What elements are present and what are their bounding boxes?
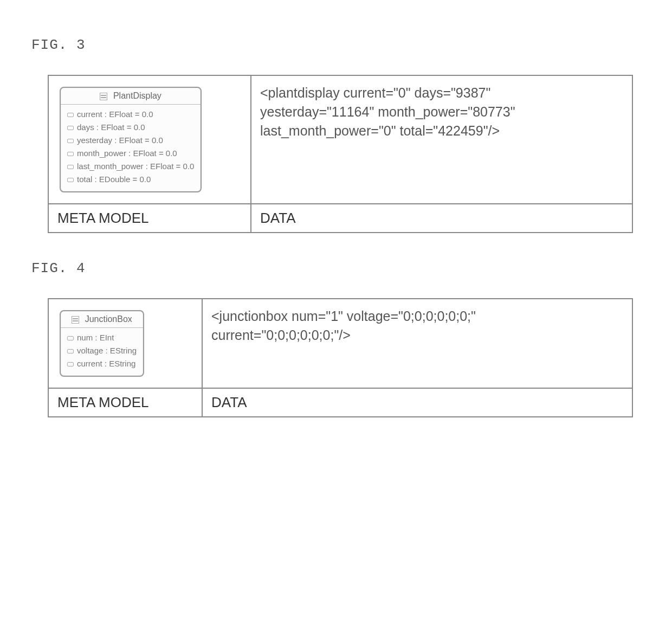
attr-icon [67, 139, 74, 143]
uml-attr-text: voltage : EString [77, 346, 137, 355]
uml-attr-text: num : EInt [77, 333, 114, 342]
uml-attrs: num : EInt voltage : EString current : E… [61, 328, 143, 376]
uml-class-plantdisplay: PlantDisplay current : EFloat = 0.0 days… [60, 87, 202, 192]
attr-icon [67, 152, 74, 156]
fig4-meta-cell: JunctionBox num : EInt voltage : EString… [48, 299, 202, 388]
fig4-data-cell: <junctionbox num="1" voltage="0;0;0;0;0;… [202, 299, 632, 388]
attr-icon [67, 113, 74, 117]
xml-data-line: <junctionbox num="1" voltage="0;0;0;0;0;… [211, 307, 623, 326]
uml-attr-text: last_month_power : EFloat = 0.0 [77, 162, 194, 171]
class-icon [100, 93, 107, 100]
fig4-data-header: DATA [202, 388, 632, 417]
uml-attr-text: current : EFloat = 0.0 [77, 110, 153, 119]
uml-attr-text: current : EString [77, 359, 135, 368]
fig3-meta-cell: PlantDisplay current : EFloat = 0.0 days… [48, 75, 251, 204]
uml-attr: total : EDouble = 0.0 [67, 173, 194, 186]
uml-class-name: JunctionBox [85, 314, 132, 324]
uml-attr: current : EFloat = 0.0 [67, 108, 194, 121]
xml-data-line: <plantdisplay current="0" days="9387" [260, 83, 623, 102]
fig4-meta-header: META MODEL [48, 388, 202, 417]
uml-attr-text: month_power : EFloat = 0.0 [77, 149, 177, 158]
uml-attr: last_month_power : EFloat = 0.0 [67, 160, 194, 173]
figure-label-3: FIG. 3 [31, 37, 649, 53]
uml-class-name: PlantDisplay [113, 91, 161, 100]
class-icon [72, 316, 79, 324]
uml-attr: num : EInt [67, 331, 137, 344]
uml-attr: month_power : EFloat = 0.0 [67, 147, 194, 160]
uml-attrs: current : EFloat = 0.0 days : EFloat = 0… [61, 105, 201, 191]
uml-attr-text: days : EFloat = 0.0 [77, 123, 145, 132]
uml-attr-text: total : EDouble = 0.0 [77, 175, 151, 184]
uml-class-title: JunctionBox [61, 311, 143, 328]
fig3-data-cell: <plantdisplay current="0" days="9387" ye… [251, 75, 632, 204]
xml-data-line: yesterday="11164" month_power="80773" [260, 102, 623, 121]
attr-icon [67, 178, 74, 182]
figure-label-4: FIG. 4 [31, 260, 649, 276]
fig3-data-header: DATA [251, 204, 632, 233]
uml-attr-text: yesterday : EFloat = 0.0 [77, 136, 163, 145]
attr-icon [67, 126, 74, 130]
xml-data-line: last_month_power="0" total="422459"/> [260, 121, 623, 140]
attr-icon [67, 362, 74, 366]
uml-attr: days : EFloat = 0.0 [67, 121, 194, 134]
fig3-table: PlantDisplay current : EFloat = 0.0 days… [48, 75, 633, 233]
attr-icon [67, 165, 74, 169]
uml-attr: voltage : EString [67, 344, 137, 357]
uml-attr: yesterday : EFloat = 0.0 [67, 134, 194, 147]
attr-icon [67, 349, 74, 353]
uml-class-title: PlantDisplay [61, 88, 201, 105]
fig3-meta-header: META MODEL [48, 204, 251, 233]
fig4-table: JunctionBox num : EInt voltage : EString… [48, 298, 633, 417]
xml-data-line: current="0;0;0;0;0;0;"/> [211, 326, 623, 345]
uml-attr: current : EString [67, 357, 137, 370]
uml-class-junctionbox: JunctionBox num : EInt voltage : EString… [60, 310, 144, 377]
attr-icon [67, 336, 74, 340]
